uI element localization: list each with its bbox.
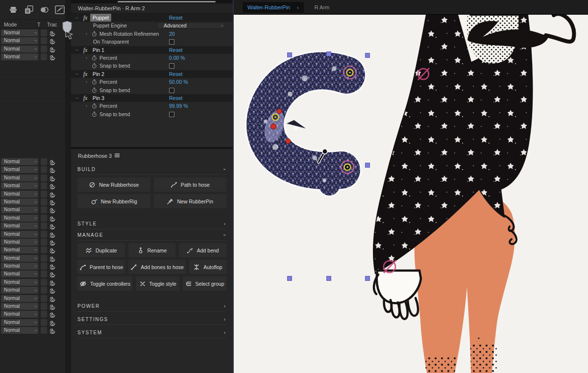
breadcrumb-comp-name[interactable]: R Arm (315, 4, 330, 10)
pick-whip-icon[interactable] (50, 174, 56, 181)
track-matte-column-header[interactable]: Trac (47, 22, 57, 27)
track-matte-cell[interactable] (41, 319, 47, 326)
track-matte-cell[interactable] (41, 174, 47, 181)
section-header-build[interactable]: BUILD› (77, 164, 226, 175)
in-out-icon[interactable] (39, 5, 49, 14)
rename-button[interactable]: Rename (128, 243, 176, 257)
blend-mode-dropdown[interactable]: Normal› (1, 295, 38, 302)
selection-handle[interactable] (327, 52, 331, 56)
toggle-style-button[interactable]: Toggle style (136, 276, 179, 291)
checkbox[interactable] (169, 39, 174, 45)
track-matte-cell[interactable] (41, 158, 47, 165)
track-matte-cell[interactable] (41, 191, 47, 198)
add-bend-button[interactable]: Add bend (179, 243, 226, 257)
new-rubberrig-button[interactable]: New RubberRig (77, 194, 150, 208)
track-matte-cell[interactable] (41, 255, 47, 262)
autoflop-button[interactable]: Autoflop (189, 260, 226, 274)
reset-link[interactable]: Reset (169, 70, 182, 78)
pick-whip-icon[interactable] (50, 231, 56, 238)
track-matte-cell[interactable] (41, 166, 47, 173)
checkbox[interactable] (169, 88, 174, 93)
blend-mode-dropdown[interactable]: Normal› (1, 271, 38, 277)
pick-whip-icon[interactable] (50, 182, 56, 189)
twirl-down-icon[interactable]: › (73, 17, 80, 19)
pick-whip-icon[interactable] (50, 279, 56, 286)
checkbox[interactable] (169, 112, 174, 117)
track-matte-cell[interactable] (41, 46, 47, 52)
pick-whip-icon[interactable] (50, 311, 56, 318)
hamburger-menu-icon[interactable] (114, 152, 120, 159)
blend-stack-icon[interactable] (8, 5, 19, 15)
pick-whip-icon[interactable] (50, 239, 56, 246)
blend-mode-dropdown[interactable]: Normal› (1, 327, 38, 334)
selection-handle[interactable] (366, 276, 370, 281)
selection-handle[interactable] (366, 53, 370, 58)
path-to-hose-button[interactable]: Path to hose (154, 177, 227, 192)
track-matte-cell[interactable] (41, 215, 47, 222)
section-header-power[interactable]: POWER› (77, 300, 226, 312)
reset-link[interactable]: Reset (169, 14, 182, 22)
add-bones-to-hose-button[interactable]: Add bones to hose (128, 260, 186, 274)
blend-mode-dropdown[interactable]: Normal› (1, 29, 38, 36)
twirl-down-icon[interactable]: › (73, 98, 80, 99)
blend-mode-dropdown[interactable]: Normal› (1, 174, 38, 181)
track-matte-cell[interactable] (41, 231, 47, 238)
property-dropdown[interactable]: Advanced› (157, 22, 225, 29)
section-header-manage[interactable]: MANAGE› (77, 229, 226, 241)
effect-name[interactable]: Puppet (90, 14, 111, 22)
pick-whip-icon[interactable] (50, 223, 56, 229)
pick-whip-icon[interactable] (50, 247, 56, 253)
blend-mode-dropdown[interactable]: Normal› (1, 247, 38, 253)
pick-whip-icon[interactable] (50, 295, 56, 302)
reset-link[interactable]: Reset (169, 94, 182, 102)
property-value[interactable]: 0.00 % (169, 54, 185, 62)
blend-mode-dropdown[interactable]: Normal› (1, 239, 38, 246)
blend-mode-dropdown[interactable]: Normal› (1, 191, 38, 198)
pick-whip-icon[interactable] (50, 263, 56, 270)
effect-name[interactable]: Pin 3 (93, 94, 104, 102)
select-group-button[interactable]: Select group (183, 276, 226, 291)
track-matte-cell[interactable] (41, 182, 47, 189)
blend-mode-dropdown[interactable]: Normal› (1, 46, 38, 52)
blend-mode-dropdown[interactable]: Normal› (1, 158, 38, 165)
section-header-system[interactable]: SYSTEM› (77, 327, 226, 338)
blend-mode-dropdown[interactable]: Normal› (1, 166, 38, 173)
pick-whip-icon[interactable] (50, 191, 56, 198)
track-matte-cell[interactable] (41, 303, 47, 310)
property-value[interactable]: 20 (169, 30, 175, 38)
blend-mode-dropdown[interactable]: Normal› (1, 231, 38, 238)
checkbox[interactable] (169, 63, 174, 69)
duplicate-button[interactable]: Duplicate (77, 243, 125, 257)
blend-mode-dropdown[interactable]: Normal› (1, 223, 38, 229)
blend-mode-dropdown[interactable]: Normal› (1, 303, 38, 310)
property-value[interactable]: 50.00 % (169, 78, 188, 86)
pick-whip-icon[interactable] (50, 319, 56, 326)
pick-whip-icon[interactable] (50, 29, 56, 36)
track-matte-cell[interactable] (41, 279, 47, 286)
twirl-down-icon[interactable]: › (73, 49, 80, 50)
expander-icon[interactable]: › (86, 30, 87, 38)
blend-mode-dropdown[interactable]: Normal› (1, 311, 38, 318)
pick-whip-icon[interactable] (50, 37, 56, 44)
blend-mode-dropdown[interactable]: Normal› (1, 215, 38, 222)
track-matte-cell[interactable] (41, 271, 47, 277)
pick-whip-icon[interactable] (50, 206, 56, 213)
effect-name[interactable]: Pin 1 (93, 46, 104, 54)
blend-mode-dropdown[interactable]: Normal› (1, 37, 38, 44)
blend-mode-dropdown[interactable]: Normal› (1, 53, 38, 60)
reset-link[interactable]: Reset (169, 46, 182, 54)
track-matte-cell[interactable] (41, 239, 47, 246)
viewer-tab-active[interactable]: Walter-RubberPin ‹ (243, 2, 304, 13)
track-matte-cell[interactable] (41, 199, 47, 205)
track-matte-cell[interactable] (41, 206, 47, 213)
pick-whip-icon[interactable] (50, 255, 56, 262)
expander-icon[interactable]: › (86, 102, 87, 110)
mode-column-header[interactable]: Mode (4, 22, 17, 27)
pick-whip-icon[interactable] (50, 158, 56, 165)
track-matte-cell[interactable] (41, 223, 47, 229)
blend-mode-dropdown[interactable]: Normal› (1, 199, 38, 205)
pick-whip-icon[interactable] (50, 215, 56, 222)
track-matte-cell[interactable] (41, 37, 47, 44)
track-matte-cell[interactable] (41, 263, 47, 270)
track-matte-cell[interactable] (41, 327, 47, 334)
